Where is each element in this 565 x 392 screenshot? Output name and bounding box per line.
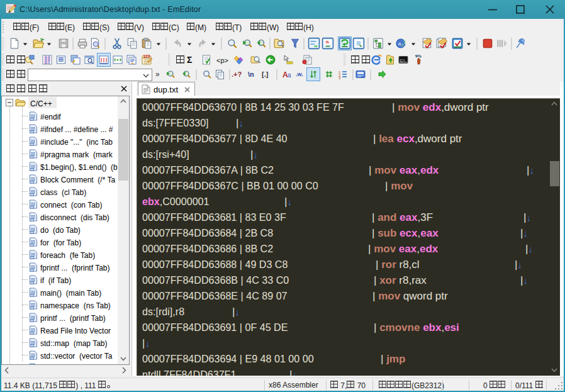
svg-text:[.]: [.] — [262, 70, 269, 78]
svg-text:a: a — [288, 72, 291, 79]
svg-text:»: » — [155, 70, 160, 79]
svg-text:Σ: Σ — [187, 55, 192, 65]
svg-text:\n: \n — [248, 70, 254, 78]
svg-text:<p>: <p> — [216, 57, 228, 64]
svg-text:.w.: .w. — [296, 71, 303, 77]
svg-text:.+?: .+? — [232, 70, 242, 78]
